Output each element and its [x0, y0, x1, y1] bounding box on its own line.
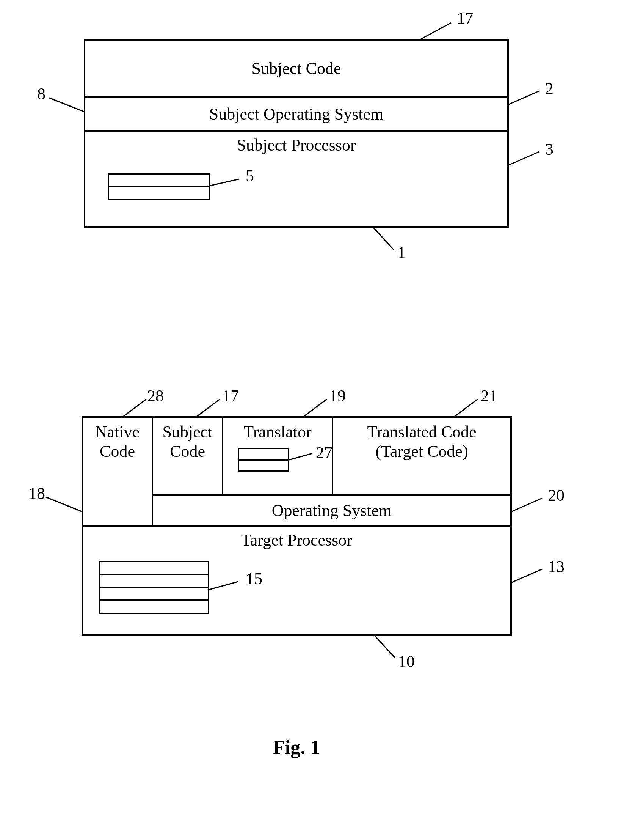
translator-label: Translator [243, 422, 311, 442]
svg-line-2 [509, 152, 539, 165]
svg-line-9 [455, 399, 478, 416]
svg-line-14 [208, 582, 238, 590]
native-code-l2: Code [100, 442, 135, 461]
translated-code-l2: (Target Code) [375, 442, 468, 461]
callout-15: 15 [246, 569, 262, 589]
callout-1: 1 [397, 243, 406, 262]
top-row-subject-os: Subject Operating System [209, 104, 384, 124]
top-diagram: Subject Code Subject Operating System Su… [84, 39, 509, 227]
svg-line-6 [124, 399, 147, 416]
callout-20: 20 [548, 486, 564, 505]
callout-28: 28 [147, 386, 164, 406]
svg-line-11 [46, 497, 82, 512]
svg-line-5 [374, 227, 394, 250]
callout-17-top: 17 [457, 8, 474, 28]
os-row-label: Operating System [272, 501, 392, 520]
callout-2: 2 [545, 79, 553, 98]
top-row-subject-code: Subject Code [252, 59, 341, 78]
bottom-register-block [99, 561, 209, 614]
cell-subject-code: Subject Code [153, 418, 223, 494]
callout-21: 21 [481, 386, 497, 406]
svg-line-1 [509, 91, 539, 104]
callout-18: 18 [28, 484, 45, 503]
callout-3: 3 [545, 140, 553, 159]
svg-line-10 [288, 453, 312, 460]
svg-line-4 [209, 179, 239, 186]
target-processor-label: Target Processor [241, 531, 352, 549]
cell-translated-code: Translated Code (Target Code) [333, 418, 510, 494]
subject-code-l1: Subject [162, 422, 213, 442]
callout-10: 10 [398, 652, 415, 671]
cell-native-code: Native Code [83, 418, 153, 525]
svg-line-15 [375, 635, 396, 658]
callout-19: 19 [329, 386, 346, 406]
callout-17-bottom: 17 [222, 386, 239, 406]
callout-5: 5 [246, 166, 254, 186]
svg-line-3 [49, 98, 84, 112]
callout-13: 13 [548, 557, 564, 576]
svg-line-0 [421, 23, 451, 39]
callout-8: 8 [37, 84, 46, 104]
top-row-subject-processor: Subject Processor [236, 136, 356, 155]
svg-line-13 [512, 569, 542, 583]
svg-line-8 [304, 399, 327, 416]
subject-code-l2: Code [170, 442, 205, 461]
callout-27: 27 [316, 443, 333, 463]
translated-code-l1: Translated Code [367, 422, 476, 442]
translator-inner-block [238, 448, 289, 472]
svg-line-12 [512, 498, 542, 512]
native-code-l1: Native [95, 422, 140, 442]
top-register-block [108, 174, 210, 200]
svg-line-7 [197, 399, 220, 416]
figure-label: Fig. 1 [273, 736, 320, 758]
bottom-diagram: Native Code Subject Code Translator [82, 416, 512, 635]
